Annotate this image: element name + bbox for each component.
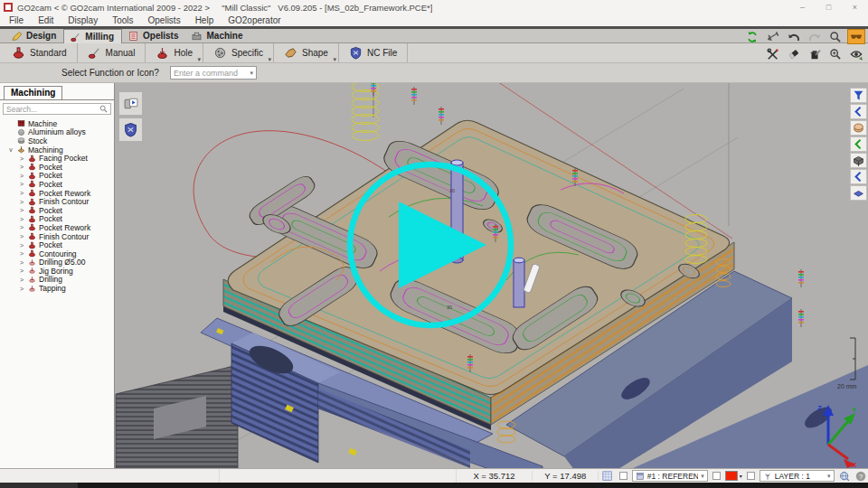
plane-selector[interactable]: #1 : REFERENCE ▾: [632, 470, 708, 482]
expand-chevron-icon[interactable]: >: [18, 215, 25, 223]
grid-toggle-icon[interactable]: [599, 471, 617, 482]
menu-item[interactable]: File: [2, 15, 31, 25]
ribbon-button-label: Shape: [302, 48, 328, 58]
tree-item[interactable]: Machine: [0, 119, 114, 128]
expand-chevron-icon[interactable]: >: [18, 206, 25, 214]
expand-chevron-icon[interactable]: >: [18, 285, 25, 293]
expand-chevron-icon[interactable]: >: [18, 258, 25, 267]
dropdown-arrow-icon[interactable]: ▾: [333, 56, 336, 63]
operation-item[interactable]: > Contouring: [0, 249, 114, 258]
mill-op-icon: [28, 189, 36, 197]
close-icon[interactable]: ×: [842, 0, 868, 14]
operation-item[interactable]: > Pocket: [0, 163, 114, 172]
globe-icon[interactable]: [836, 471, 854, 482]
ribbon-button[interactable]: Standard ▾: [2, 43, 78, 62]
ribbon-button[interactable]: NC File ▾: [339, 43, 408, 62]
tree-item[interactable]: Aluminium alloys: [0, 128, 114, 137]
operation-item[interactable]: > Facing Pocket: [0, 154, 114, 163]
back-blue-icon[interactable]: [850, 104, 867, 119]
simulation-icon[interactable]: [118, 91, 143, 116]
menu-item[interactable]: Tools: [105, 15, 140, 25]
menu-item[interactable]: Display: [61, 15, 105, 25]
operation-item[interactable]: > Tapping: [0, 284, 114, 293]
dropdown-arrow-icon[interactable]: ▾: [197, 56, 201, 63]
material-icon: [17, 128, 25, 136]
operation-item[interactable]: > Drilling Ø5.00: [0, 258, 114, 267]
ribbon-button[interactable]: Shape ▾: [274, 43, 339, 62]
viewport-3d[interactable]: 30 30 20 mm Z Y X: [115, 83, 868, 468]
expand-chevron-icon[interactable]: >: [18, 249, 25, 258]
back-blue2-icon[interactable]: [850, 169, 867, 184]
expand-chevron-icon[interactable]: >: [18, 223, 25, 231]
menu-item[interactable]: GO2operator: [221, 15, 288, 25]
operation-item[interactable]: > Jig Boring: [0, 267, 114, 276]
expand-chevron-icon[interactable]: >: [18, 198, 25, 206]
filter-icon[interactable]: [850, 88, 867, 103]
ribbon-button[interactable]: Specific ▾: [203, 43, 274, 62]
swatch-arrow-icon[interactable]: ▾: [740, 473, 742, 479]
ribbon-button[interactable]: Hole ▾: [146, 43, 203, 62]
tree-item-label: Aluminium alloys: [28, 127, 86, 136]
zoom-window-icon[interactable]: [826, 46, 844, 61]
operation-item[interactable]: > Pocket Rework: [0, 223, 114, 232]
expand-chevron-icon[interactable]: >: [18, 163, 25, 171]
operation-item[interactable]: > Finish Contour: [0, 232, 114, 241]
help-button[interactable]: ?: [854, 471, 868, 482]
menu-item[interactable]: Help: [188, 15, 222, 25]
expand-chevron-icon[interactable]: >: [18, 189, 25, 197]
zoom-icon[interactable]: [826, 29, 844, 44]
operation-item[interactable]: > Pocket Rework: [0, 189, 114, 198]
tree-item[interactable]: Stock: [0, 136, 114, 145]
operation-item[interactable]: > Pocket: [0, 172, 114, 181]
ribbon-tab[interactable]: Milling: [63, 29, 122, 43]
command-input[interactable]: Enter a command ▾: [170, 66, 257, 80]
minimize-icon[interactable]: –: [789, 0, 816, 14]
expand-chevron-icon[interactable]: >: [18, 241, 25, 249]
operation-item[interactable]: > Drilling: [0, 276, 114, 285]
panel-tab-machining[interactable]: Machining: [4, 86, 62, 100]
simulation-glasses-icon[interactable]: [847, 29, 865, 44]
redo-icon[interactable]: [806, 29, 824, 44]
eraser-icon[interactable]: [785, 46, 803, 61]
caliper-icon[interactable]: [764, 29, 782, 44]
plane-checkbox[interactable]: [712, 472, 721, 480]
layer-selector[interactable]: LAYER : 1 ▾: [760, 470, 835, 482]
part-display-icon[interactable]: [850, 120, 867, 136]
back-green-icon[interactable]: [850, 136, 867, 152]
cleanup-icon[interactable]: [806, 46, 824, 61]
expand-chevron-icon[interactable]: >: [18, 172, 25, 180]
ribbon-button-label: Standard: [30, 48, 67, 58]
regenerate-icon[interactable]: [743, 29, 761, 44]
tree-item[interactable]: v Machining: [0, 145, 114, 155]
operation-item[interactable]: > Pocket: [0, 180, 114, 189]
dim-label: 30: [449, 188, 455, 193]
operation-item[interactable]: > Pocket: [0, 215, 114, 224]
menu-item[interactable]: Edit: [31, 15, 61, 25]
visibility-icon[interactable]: [847, 46, 865, 61]
expand-chevron-icon[interactable]: >: [18, 155, 25, 163]
expand-chevron-icon[interactable]: >: [18, 180, 25, 188]
stock-display-icon[interactable]: [850, 153, 867, 168]
color-swatch[interactable]: [725, 471, 738, 481]
expand-chevron-icon[interactable]: >: [18, 276, 25, 284]
ribbon-tab[interactable]: Opelists: [122, 29, 185, 42]
menu-item[interactable]: Opelists: [141, 15, 188, 25]
operation-item[interactable]: > Pocket: [0, 206, 114, 215]
expand-chevron-icon[interactable]: >: [18, 267, 25, 275]
dropdown-arrow-icon[interactable]: ▾: [268, 56, 271, 63]
undo-icon[interactable]: [785, 29, 803, 44]
operation-item[interactable]: > Pocket: [0, 240, 114, 249]
maximize-icon[interactable]: □: [816, 0, 842, 14]
grid-checkbox[interactable]: [619, 472, 627, 480]
expand-chevron-icon[interactable]: >: [18, 232, 25, 240]
plate-display-icon[interactable]: [850, 185, 867, 201]
ribbon-tab[interactable]: Machine: [185, 29, 250, 42]
analysis-icon[interactable]: [764, 46, 782, 61]
search-input[interactable]: Search...: [3, 103, 111, 115]
nc-shield-icon[interactable]: [118, 117, 143, 142]
ribbon-button[interactable]: Manual ▾: [78, 43, 146, 62]
color-checkbox[interactable]: [747, 472, 755, 480]
expand-chevron-icon[interactable]: v: [7, 145, 14, 154]
ribbon-tab[interactable]: Design: [5, 29, 63, 42]
operation-item[interactable]: > Finish Contour: [0, 197, 114, 206]
